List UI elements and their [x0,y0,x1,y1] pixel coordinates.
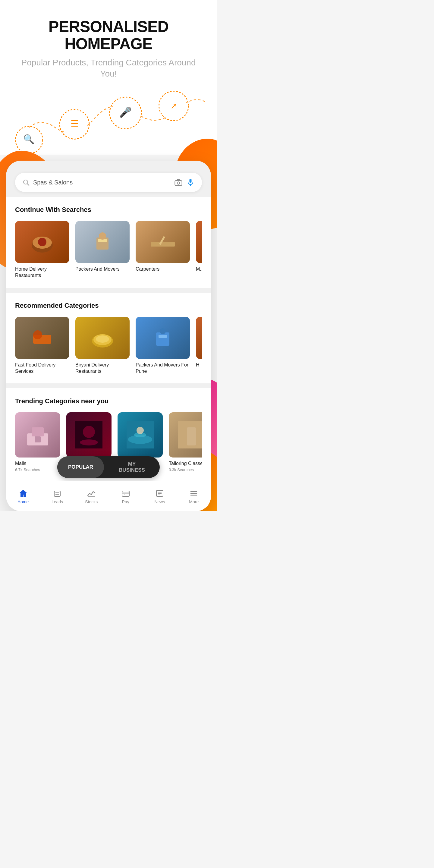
list-item[interactable]: Carpenters [135,221,190,279]
category-image [15,317,69,359]
bottom-nav: Home Leads Stocks Pay [6,481,211,511]
svg-point-27 [33,330,42,339]
category-label: Biryani Delivery Restaurants [75,362,130,375]
svg-point-43 [136,427,144,434]
svg-text:🔍: 🔍 [23,134,35,145]
svg-rect-45 [187,427,196,445]
phone-card: Spas & Salons Continue With Searches Hom… [6,161,211,511]
svg-text:🎤: 🎤 [119,106,132,119]
list-item[interactable]: Biryani Delivery Restaurants [75,317,130,375]
trending-title: Trending Categories near you [15,397,202,405]
toggle-bar: POPULAR MY BUSINESS [57,456,160,478]
search-bar[interactable]: Spas & Salons [15,173,202,192]
popular-toggle-btn[interactable]: POPULAR [57,456,104,478]
svg-rect-53 [156,490,163,496]
category-label: Fast Food Delivery Services [15,362,69,375]
list-item[interactable]: M... [196,221,202,279]
leads-icon [53,489,62,498]
nav-item-more[interactable]: More [182,489,206,504]
nav-item-stocks[interactable]: Stocks [79,489,103,504]
trending-image [15,412,60,458]
nav-label-more: More [189,499,198,504]
hero-subtitle: Popular Products, Trending Categories Ar… [12,57,205,79]
svg-rect-32 [158,335,167,338]
svg-rect-46 [54,491,60,496]
list-item[interactable]: Packers And Movers [75,221,130,279]
stocks-icon [87,489,96,498]
search-icon [22,179,30,186]
nav-label-leads: Leads [52,499,63,504]
svg-rect-14 [175,181,182,185]
continue-searches-title: Continue With Searches [15,206,202,214]
svg-rect-51 [122,493,129,494]
svg-text:↗: ↗ [170,101,177,111]
nav-item-leads[interactable]: Leads [45,489,69,504]
svg-rect-36 [35,436,41,442]
category-label: Malls [15,461,60,467]
category-label: Carpenters [135,266,190,273]
my-business-toggle-btn[interactable]: MY BUSINESS [104,456,160,478]
category-sublabel: 3.3k Searches [169,467,202,472]
nav-item-home[interactable]: Home [11,489,35,504]
recommended-row: Fast Food Delivery Services Biryani Deli… [15,317,202,378]
svg-point-15 [177,182,180,184]
svg-point-33 [160,328,166,334]
category-sublabel: 6.7k Searches [15,467,60,472]
mic-icon[interactable] [186,178,195,187]
category-label: Packers And Movers For Pune [135,362,190,375]
category-image [196,221,202,263]
recommended-section: Recommended Categories Fast Food Deliver… [6,293,211,384]
category-image [196,317,202,359]
category-image [75,317,130,359]
category-image [75,221,130,263]
svg-point-30 [96,336,109,343]
camera-icon[interactable] [174,178,183,187]
continue-searches-row: Home Delivery Restaurants Packers And Mo… [15,221,202,282]
trending-image [169,412,202,458]
list-item[interactable]: H [196,317,202,375]
category-image [135,221,190,263]
home-icon [19,489,28,498]
search-input[interactable]: Spas & Salons [33,179,170,186]
nav-item-news[interactable]: News [148,489,172,504]
category-image [15,221,69,263]
svg-rect-16 [190,179,192,183]
list-item[interactable]: Packers And Movers For Pune [135,317,190,375]
nav-item-pay[interactable]: Pay [114,489,138,504]
trending-image [118,412,163,458]
svg-rect-24 [151,242,175,247]
list-item[interactable]: Home Delivery Restaurants [15,221,69,279]
svg-point-20 [38,238,46,246]
list-item[interactable]: Malls 6.7k Searches [15,412,60,472]
nav-label-home: Home [18,499,29,504]
svg-point-38 [83,426,95,438]
nav-label-news: News [154,499,165,504]
svg-point-23 [99,232,106,240]
svg-rect-35 [32,427,44,436]
hero-title: PERSONALISED HOMEPAGE [12,18,205,53]
svg-text:☰: ☰ [70,119,79,128]
hero-section: PERSONALISED HOMEPAGE Popular Products, … [0,0,217,155]
category-label: Packers And Movers [75,266,130,273]
category-label: M... [196,266,202,273]
nav-label-stocks: Stocks [85,499,98,504]
continue-searches-section: Continue With Searches Home Delivery Res… [6,197,211,288]
pay-icon [121,489,130,498]
category-image [135,317,190,359]
category-label: Tailoring Classes [169,461,202,467]
news-icon [155,489,164,498]
recommended-title: Recommended Categories [15,302,202,310]
svg-line-13 [27,184,29,186]
trending-image [66,412,112,458]
list-item[interactable]: Fast Food Delivery Services [15,317,69,375]
nav-label-pay: Pay [122,499,129,504]
category-label: Home Delivery Restaurants [15,266,69,279]
list-item[interactable]: Tailoring Classes 3.3k Searches [169,412,202,472]
svg-rect-31 [156,333,169,346]
category-label: H [196,362,202,368]
hero-illustration: 🔍 ☰ 🎤 ↗ [12,88,205,155]
svg-point-39 [80,439,98,445]
more-icon [189,489,198,498]
